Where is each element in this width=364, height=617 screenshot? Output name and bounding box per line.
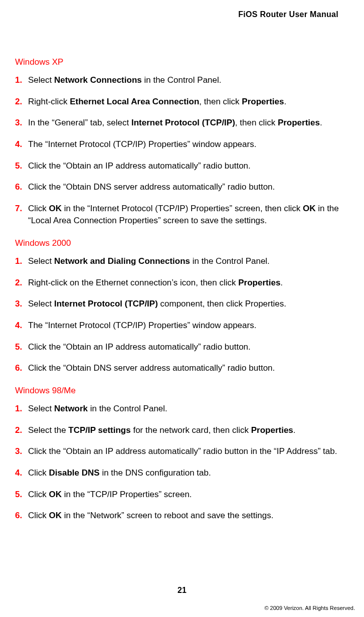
step-body: Select Internet Protocol (TCP/IP) compon… bbox=[28, 298, 340, 311]
steps-list: 1.Select Network and Dialing Connections… bbox=[15, 255, 340, 375]
step-number: 5. bbox=[15, 489, 28, 501]
step-body: Select Network in the Control Panel. bbox=[28, 403, 340, 415]
steps-list: 1.Select Network in the Control Panel. 2… bbox=[15, 403, 340, 522]
page-content: FiOS Router User Manual Windows XP 1.Sel… bbox=[0, 0, 364, 522]
list-item: 7.Click OK in the “Internet Protocol (TC… bbox=[15, 203, 340, 227]
copyright-text: © 2009 Verizon. All Rights Reserved. bbox=[264, 605, 355, 611]
step-body: Select Network Connections in the Contro… bbox=[28, 74, 340, 87]
step-number: 5. bbox=[15, 160, 28, 173]
step-body: Click the “Obtain an IP address automati… bbox=[28, 160, 340, 173]
list-item: 3.In the “General” tab, select Internet … bbox=[15, 117, 340, 129]
step-number: 4. bbox=[15, 138, 28, 151]
step-number: 1. bbox=[15, 403, 28, 415]
section-heading: Windows 98/Me bbox=[15, 386, 340, 396]
step-number: 3. bbox=[15, 117, 28, 129]
list-item: 1.Select Network in the Control Panel. bbox=[15, 403, 340, 415]
step-number: 4. bbox=[15, 320, 28, 332]
list-item: 6.Click OK in the “Network” screen to re… bbox=[15, 510, 340, 522]
manual-title: FiOS Router User Manual bbox=[15, 10, 340, 19]
list-item: 5.Click OK in the “TCP/IP Properties” sc… bbox=[15, 489, 340, 501]
list-item: 2.Right-click Ethernet Local Area Connec… bbox=[15, 96, 340, 108]
section-heading: Windows 2000 bbox=[15, 238, 340, 248]
step-number: 5. bbox=[15, 341, 28, 354]
steps-list: 1.Select Network Connections in the Cont… bbox=[15, 74, 340, 227]
list-item: 1.Select Network and Dialing Connections… bbox=[15, 255, 340, 268]
step-number: 6. bbox=[15, 362, 28, 375]
step-number: 6. bbox=[15, 181, 28, 194]
list-item: 2.Select the TCP/IP settings for the net… bbox=[15, 424, 340, 437]
step-body: Click OK in the “TCP/IP Properties” scre… bbox=[28, 489, 340, 501]
list-item: 5.Click the “Obtain an IP address automa… bbox=[15, 341, 340, 354]
section-windows-xp: Windows XP 1.Select Network Connections … bbox=[15, 57, 340, 227]
step-body: Click OK in the “Internet Protocol (TCP/… bbox=[28, 203, 340, 227]
step-number: 3. bbox=[15, 445, 28, 458]
step-body: In the “General” tab, select Internet Pr… bbox=[28, 117, 340, 129]
step-number: 2. bbox=[15, 96, 28, 108]
step-body: Select Network and Dialing Connections i… bbox=[28, 255, 340, 268]
list-item: 4.Click Disable DNS in the DNS configura… bbox=[15, 467, 340, 480]
step-body: The “Internet Protocol (TCP/IP) Properti… bbox=[28, 138, 340, 151]
step-body: Click the “Obtain an IP address automati… bbox=[28, 445, 340, 458]
step-number: 3. bbox=[15, 298, 28, 311]
list-item: 6.Click the “Obtain DNS server address a… bbox=[15, 362, 340, 375]
step-body: The “Internet Protocol (TCP/IP) Properti… bbox=[28, 320, 340, 332]
section-windows-2000: Windows 2000 1.Select Network and Dialin… bbox=[15, 238, 340, 375]
list-item: 6.Click the “Obtain DNS server address a… bbox=[15, 181, 340, 194]
step-body: Click the “Obtain DNS server address aut… bbox=[28, 181, 340, 194]
step-body: Click Disable DNS in the DNS configurati… bbox=[28, 467, 340, 480]
section-windows-98me: Windows 98/Me 1.Select Network in the Co… bbox=[15, 386, 340, 522]
list-item: 3.Click the “Obtain an IP address automa… bbox=[15, 445, 340, 458]
list-item: 2.Right-click on the Ethernet connection… bbox=[15, 277, 340, 289]
step-body: Click the “Obtain an IP address automati… bbox=[28, 341, 340, 354]
step-body: Click the “Obtain DNS server address aut… bbox=[28, 362, 340, 375]
step-body: Click OK in the “Network” screen to rebo… bbox=[28, 510, 340, 522]
page-number: 21 bbox=[0, 586, 364, 595]
list-item: 4.The “Internet Protocol (TCP/IP) Proper… bbox=[15, 320, 340, 332]
list-item: 5.Click the “Obtain an IP address automa… bbox=[15, 160, 340, 173]
list-item: 3.Select Internet Protocol (TCP/IP) comp… bbox=[15, 298, 340, 311]
step-body: Right-click Ethernet Local Area Connecti… bbox=[28, 96, 340, 108]
step-number: 2. bbox=[15, 424, 28, 437]
step-body: Select the TCP/IP settings for the netwo… bbox=[28, 424, 340, 437]
list-item: 1.Select Network Connections in the Cont… bbox=[15, 74, 340, 87]
step-number: 1. bbox=[15, 74, 28, 87]
step-number: 2. bbox=[15, 277, 28, 289]
step-body: Right-click on the Ethernet connection’s… bbox=[28, 277, 340, 289]
section-heading: Windows XP bbox=[15, 57, 340, 67]
step-number: 1. bbox=[15, 255, 28, 268]
list-item: 4.The “Internet Protocol (TCP/IP) Proper… bbox=[15, 138, 340, 151]
step-number: 4. bbox=[15, 467, 28, 480]
step-number: 7. bbox=[15, 203, 28, 215]
step-number: 6. bbox=[15, 510, 28, 522]
